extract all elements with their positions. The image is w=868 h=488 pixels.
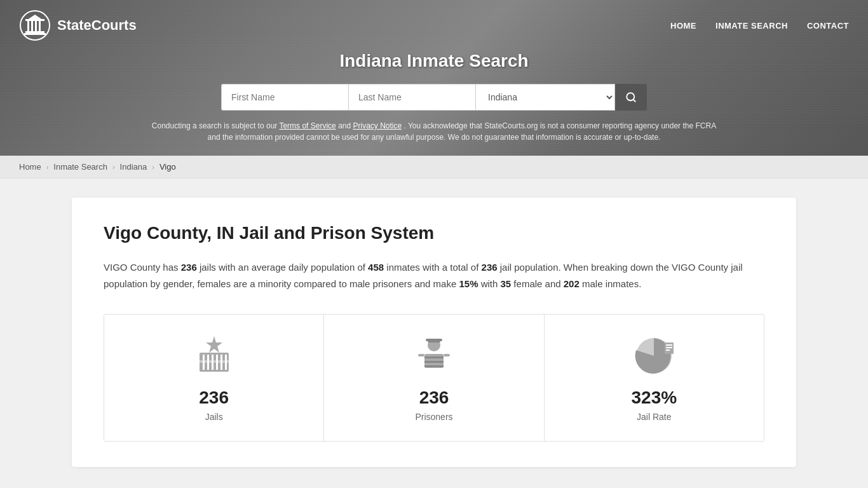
search-section: Indiana Inmate Search Select State Alaba…	[0, 51, 868, 156]
main-content: Vigo County, IN Jail and Prison System V…	[59, 198, 809, 467]
breadcrumb-sep-1: ›	[46, 163, 49, 171]
page-title: Indiana Inmate Search	[13, 51, 855, 71]
jails-icon	[192, 334, 236, 378]
svg-rect-25	[424, 361, 444, 363]
search-icon	[625, 92, 637, 103]
last-name-input[interactable]	[348, 84, 475, 111]
logo-link[interactable]: StateCourts	[19, 10, 137, 41]
avg-population: 458	[368, 262, 384, 273]
breadcrumb: Home › Inmate Search › Indiana › Vigo	[0, 156, 868, 179]
svg-rect-19	[200, 360, 229, 363]
prisoners-label: Prisoners	[337, 412, 531, 422]
svg-rect-4	[31, 21, 33, 31]
total-population: 236	[482, 262, 498, 273]
stat-prisoners: 236 Prisoners	[324, 315, 544, 441]
svg-rect-33	[666, 349, 670, 351]
svg-rect-22	[426, 339, 442, 341]
navigation: StateCourts HOME INMATE SEARCH CONTACT	[0, 0, 868, 51]
svg-rect-8	[25, 19, 44, 21]
jail-rate-label: Jail Rate	[557, 412, 751, 422]
breadcrumb-sep-2: ›	[112, 163, 115, 171]
jails-label: Jails	[117, 412, 311, 422]
svg-rect-5	[35, 21, 37, 31]
svg-marker-11	[206, 336, 222, 353]
female-pct: 15%	[459, 278, 478, 289]
svg-rect-6	[39, 21, 41, 31]
breadcrumb-vigo: Vigo	[159, 162, 176, 172]
svg-rect-26	[424, 365, 444, 367]
stats-row: 236 Jails	[104, 314, 764, 442]
logo-text: StateCourts	[57, 17, 137, 34]
terms-link[interactable]: Terms of Service	[279, 121, 336, 130]
privacy-link[interactable]: Privacy Notice	[353, 121, 402, 130]
nav-inmate-search[interactable]: INMATE SEARCH	[715, 21, 788, 30]
svg-rect-3	[27, 21, 29, 31]
svg-rect-32	[666, 347, 672, 348]
disclaimer-text: Conducting a search is subject to our Te…	[148, 120, 720, 143]
jail-rate-number: 323%	[557, 388, 751, 408]
female-count: 35	[501, 278, 512, 289]
svg-rect-1	[25, 31, 44, 33]
site-header: StateCourts HOME INMATE SEARCH CONTACT I…	[0, 0, 868, 156]
breadcrumb-indiana[interactable]: Indiana	[120, 162, 147, 172]
nav-links: HOME INMATE SEARCH CONTACT	[670, 21, 849, 30]
stat-jails: 236 Jails	[104, 315, 324, 441]
prisoners-number: 236	[337, 388, 531, 408]
jails-number: 236	[117, 388, 311, 408]
prisoners-icon	[412, 334, 456, 378]
svg-rect-28	[444, 354, 450, 356]
breadcrumb-inmate-search[interactable]: Inmate Search	[53, 162, 107, 172]
jail-rate-icon	[632, 334, 676, 378]
county-title: Vigo County, IN Jail and Prison System	[104, 223, 764, 243]
content-card: Vigo County, IN Jail and Prison System V…	[72, 198, 796, 467]
svg-line-10	[633, 99, 635, 101]
svg-rect-31	[666, 344, 672, 346]
breadcrumb-sep-3: ›	[152, 163, 154, 171]
svg-rect-27	[418, 354, 424, 356]
logo-icon	[19, 10, 51, 41]
search-button[interactable]	[615, 84, 647, 111]
state-select[interactable]: Select State AlabamaAlaskaArizona Arkans…	[475, 84, 615, 111]
svg-rect-24	[424, 356, 444, 358]
county-description: VIGO County has 236 jails with an averag…	[104, 259, 764, 292]
male-count: 202	[564, 278, 580, 289]
jails-count-inline: 236	[181, 262, 197, 273]
svg-rect-2	[24, 33, 46, 35]
nav-home[interactable]: HOME	[670, 21, 696, 30]
nav-contact[interactable]: CONTACT	[807, 21, 849, 30]
search-form: Select State AlabamaAlaskaArizona Arkans…	[180, 84, 688, 111]
stat-jail-rate: 323% Jail Rate	[545, 315, 764, 441]
first-name-input[interactable]	[221, 84, 348, 111]
breadcrumb-home[interactable]: Home	[19, 162, 41, 172]
